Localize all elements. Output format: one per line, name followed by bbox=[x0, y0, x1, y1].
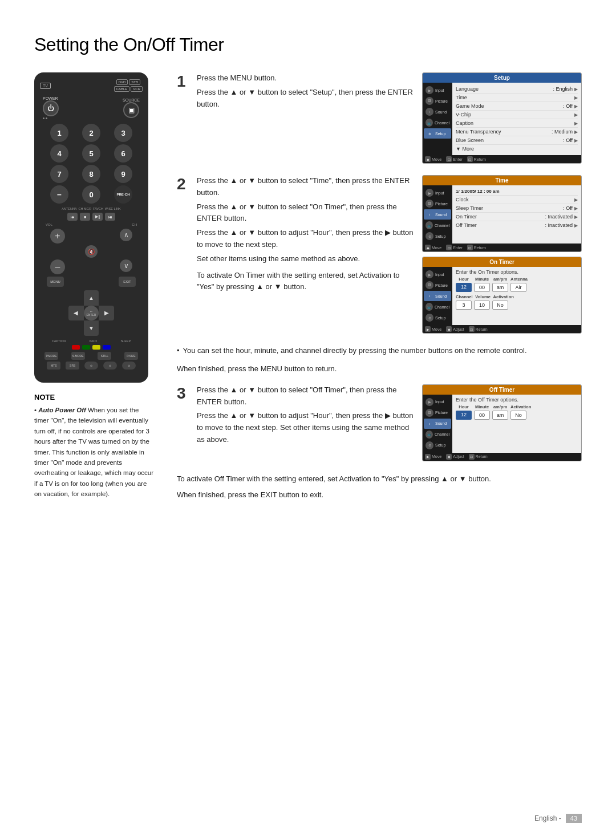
stop-button[interactable]: ■ bbox=[80, 213, 90, 221]
step-1-line-2: Press the ▲ or ▼ button to select "Setup… bbox=[197, 87, 414, 111]
step-2-line-4: Set other items using the same method as… bbox=[197, 253, 414, 265]
offtimer-sidebar-input: ▶ Input bbox=[424, 397, 451, 407]
exit-button[interactable]: EXIT bbox=[119, 277, 136, 287]
mute-button[interactable]: 🔇 bbox=[85, 245, 98, 258]
ontimer-headers2: Channel Volume Activation bbox=[456, 294, 578, 299]
cable-btn[interactable]: CABLE bbox=[114, 86, 130, 92]
sidebar-sound: ♪ Sound bbox=[424, 107, 451, 117]
offtimer-footer-adjust: ◆ Adjust bbox=[446, 454, 464, 460]
source-button[interactable]: ▣ bbox=[123, 102, 139, 118]
enter-button[interactable]: ↩ ENTER bbox=[84, 306, 99, 321]
pmode-button[interactable]: P.MODE bbox=[44, 352, 58, 360]
setup-row-time: Time ▶ bbox=[456, 94, 578, 102]
oval-btn2[interactable]: ⊙ bbox=[103, 362, 117, 370]
transport-row: ⏮ ■ ▶‖ ⏭ bbox=[40, 213, 143, 221]
oval-btn3[interactable]: ⊙ bbox=[122, 362, 136, 370]
time-sidebar: ▶ Input 🖼 Picture ♪ Sound bbox=[423, 185, 452, 244]
num-1-button[interactable]: 1 bbox=[50, 124, 68, 142]
still-button[interactable]: STILL bbox=[98, 352, 111, 360]
num-dash-button[interactable]: – bbox=[50, 185, 68, 204]
time-channel-icon: 📺 bbox=[425, 221, 433, 229]
time-picture-icon: 🖼 bbox=[425, 200, 433, 208]
move-icon: ◆ bbox=[425, 156, 431, 162]
play-pause-button[interactable]: ▶‖ bbox=[92, 213, 103, 221]
ff-button[interactable]: ⏭ bbox=[105, 213, 115, 221]
mts-button[interactable]: MTS bbox=[47, 362, 60, 370]
up-button[interactable]: ▲ bbox=[84, 290, 99, 306]
step-3: 3 Press the ▲ or ▼ button to select "Off… bbox=[177, 384, 582, 461]
offtimer-footer: ▶ Move ◆ Adjust ⊡ Return bbox=[423, 453, 581, 461]
footer-return: ⊡ Return bbox=[467, 156, 486, 162]
ontimer-screen-header: On Timer bbox=[423, 257, 581, 267]
offtimer-content: Enter the Off Timer options. Hour Minute… bbox=[452, 395, 581, 453]
bullet-point: • You can set the hour, minute, and chan… bbox=[177, 345, 582, 357]
power-label: POWER bbox=[43, 96, 59, 100]
sidebar-channel-label: Channel bbox=[435, 121, 449, 125]
psize-button[interactable]: P.SIZE bbox=[124, 352, 138, 360]
time-return-icon: ⊡ bbox=[467, 245, 473, 250]
step-2-line-1: Press the ▲ or ▼ button to select "Time"… bbox=[197, 175, 414, 199]
caption-info-sleep: CAPTION INFO SLEEP bbox=[40, 339, 143, 343]
num-0-button[interactable]: 0 bbox=[82, 185, 100, 204]
vcr-btn[interactable]: VCR bbox=[131, 86, 143, 92]
offtimer-headers: Hour Minute am/pm Activation bbox=[456, 404, 578, 409]
time-footer-enter: ⊡ Enter bbox=[446, 245, 463, 250]
offtimer-sidebar-channel: 📺 Channel bbox=[424, 429, 451, 440]
down-button[interactable]: ▼ bbox=[84, 320, 99, 336]
sidebar-input: ▶ Input bbox=[424, 85, 451, 95]
time-clock-row: Clock ▶ bbox=[456, 196, 578, 204]
num-3-button[interactable]: 3 bbox=[114, 124, 132, 142]
remote-control: TV DVD STB CABLE VCR POWER ⏻ bbox=[34, 72, 148, 383]
num-7-button[interactable]: 7 bbox=[50, 165, 68, 183]
menu-button[interactable]: MENU bbox=[47, 277, 64, 287]
srs-button[interactable]: SRS bbox=[66, 362, 79, 370]
step-2-screens: Time ▶ Input 🖼 Picture bbox=[422, 175, 582, 334]
red-button[interactable] bbox=[72, 345, 80, 350]
step-2-line-3: Press the ▲ or ▼ button to adjust "Hour"… bbox=[197, 227, 414, 251]
time-sidebar-picture: 🖼 Picture bbox=[424, 198, 451, 209]
ch-label: CH bbox=[132, 223, 137, 226]
setup-row-language: Language : English ▶ bbox=[456, 85, 578, 94]
sidebar-setup-icon: ⚙ bbox=[425, 129, 433, 137]
power-button[interactable]: ⏻ bbox=[43, 100, 59, 116]
ontimer-headers: Hour Minute am/pm Antenna bbox=[456, 277, 578, 282]
oval-btn1[interactable]: ⊙ bbox=[84, 362, 98, 370]
ontimer-intro: Enter the On Timer options. bbox=[456, 269, 578, 275]
num-9-button[interactable]: 9 bbox=[114, 165, 132, 183]
dvd-btn[interactable]: DVD bbox=[116, 79, 128, 85]
stb-btn[interactable]: STB bbox=[129, 79, 140, 85]
wiselink-label: WISE LINK bbox=[105, 207, 121, 210]
ch-up-button[interactable]: ∧ bbox=[120, 229, 132, 241]
ch-down-button[interactable]: ∨ bbox=[120, 259, 132, 272]
antenna-row: ANTENNA CH MGR FAVCH WISE LINK bbox=[40, 207, 143, 210]
time-sidebar-setup: ⚙ Setup bbox=[424, 231, 451, 241]
smode-button[interactable]: S.MODE bbox=[71, 352, 85, 360]
right-button[interactable]: ▶ bbox=[99, 306, 114, 321]
num-4-button[interactable]: 4 bbox=[50, 144, 68, 163]
setup-row-gamemode: Game Mode : Off ▶ bbox=[456, 102, 578, 111]
time-footer-move: ◆ Move bbox=[425, 245, 441, 250]
yellow-button[interactable] bbox=[92, 345, 100, 350]
vol-up-button[interactable]: + bbox=[50, 229, 65, 244]
offtimer-footer-return: ⊡ Return bbox=[469, 454, 488, 460]
step-3-number: 3 bbox=[177, 384, 188, 403]
num-8-button[interactable]: 8 bbox=[82, 165, 100, 183]
step-1-number: 1 bbox=[177, 72, 188, 91]
rew-button[interactable]: ⏮ bbox=[67, 213, 78, 221]
blue-button[interactable] bbox=[103, 345, 111, 350]
time-sound-icon: ♪ bbox=[425, 210, 433, 218]
time-date-row: 1/ 1/2005/ 12 : 00 am bbox=[456, 188, 578, 196]
sidebar-sound-icon: ♪ bbox=[425, 108, 433, 116]
ontimer-footer-adjust: ◆ Adjust bbox=[446, 326, 464, 332]
vol-down-button[interactable]: – bbox=[50, 259, 65, 274]
left-button[interactable]: ◀ bbox=[68, 306, 84, 321]
green-button[interactable] bbox=[82, 345, 90, 350]
setup-row-transparency: Menu Transparency : Medium ▶ bbox=[456, 128, 578, 136]
sidebar-input-label: Input bbox=[435, 88, 444, 92]
num-2-button[interactable]: 2 bbox=[82, 124, 100, 142]
setup-screen: Setup ▶ Input 🖼 Picture bbox=[422, 72, 582, 164]
prech-button[interactable]: PRE-CH bbox=[114, 185, 132, 204]
num-6-button[interactable]: 6 bbox=[114, 144, 132, 163]
num-5-button[interactable]: 5 bbox=[82, 144, 100, 163]
vol-label: VOL bbox=[46, 223, 52, 226]
